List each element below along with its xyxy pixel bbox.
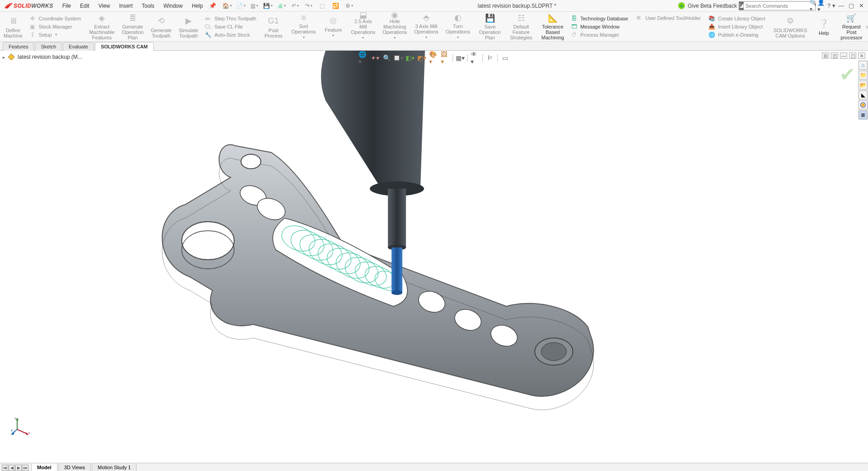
taskpane-home-icon[interactable]: ⌂: [859, 61, 868, 70]
tab-sketch[interactable]: Sketch: [35, 42, 62, 51]
svg-point-27: [392, 290, 402, 295]
tab-features[interactable]: Features: [3, 42, 34, 51]
qat-select-icon[interactable]: ⬚: [316, 1, 329, 11]
qat-new-icon[interactable]: 🏠: [221, 1, 234, 11]
pin-menu-icon[interactable]: 📌: [208, 2, 217, 9]
menu-window[interactable]: Window: [159, 0, 188, 12]
appearance-icon[interactable]: 🎨▾: [429, 53, 438, 62]
cam-options-button[interactable]: ⚙ SOLIDWORKS CAM Options: [770, 12, 811, 41]
graphics-viewport[interactable]: ▸ latest revision backup (M... 🌐▾ ✦▾ 🔍 🔲…: [0, 51, 868, 463]
menu-file[interactable]: File: [58, 0, 75, 12]
menu-edit[interactable]: Edit: [75, 0, 94, 12]
render-icon[interactable]: ▦▾: [456, 53, 465, 62]
menu-help[interactable]: Help: [187, 0, 208, 12]
view-orientation-icon[interactable]: ✦▾: [370, 53, 379, 62]
qat-save-icon[interactable]: 💾: [262, 1, 274, 11]
menu-view[interactable]: View: [94, 0, 115, 12]
minimize-icon[interactable]: —: [837, 2, 845, 10]
25axis-button[interactable]: ⬓ 2.5 Axis Mill Operations▾: [347, 12, 379, 41]
define-machine-button[interactable]: 🖥 Define Machine: [0, 12, 26, 41]
orientation-triad[interactable]: z x y: [11, 416, 31, 436]
tbm-button[interactable]: 📐 Tolerance Based Machining: [538, 12, 568, 41]
post-process-button[interactable]: G1 Post Process: [261, 12, 286, 41]
qat-print-icon[interactable]: 🖨: [275, 1, 288, 11]
feature-tree-root[interactable]: ▸ latest revision backup (M...: [3, 53, 82, 61]
coordinate-system-button[interactable]: ✥ Coordinate System: [29, 15, 81, 22]
qat-options-icon[interactable]: ⚙: [343, 1, 356, 11]
feature-button[interactable]: ◎ Feature▾: [321, 12, 346, 41]
simulate-toolpath-button[interactable]: ▶ Simulate Toolpath: [175, 12, 202, 41]
stock-manager-button[interactable]: ▣ Stock Manager: [29, 23, 81, 30]
qat-open2-icon[interactable]: ▥: [248, 1, 261, 11]
bottom-tab-model[interactable]: Model: [31, 464, 57, 471]
close-icon[interactable]: ✕: [857, 2, 865, 10]
save-op-plan-button[interactable]: 💾 Save Operation Plan: [476, 12, 505, 41]
bottom-tab-motion[interactable]: Motion Study 1: [92, 464, 137, 471]
qat-undo-icon[interactable]: ↶: [289, 1, 302, 11]
qat-rebuild-icon[interactable]: 🔁: [330, 1, 342, 11]
user-icon[interactable]: 👤▾: [817, 2, 826, 10]
doc-close-icon[interactable]: ✕: [858, 52, 865, 59]
tab-nav-prev-icon[interactable]: ◀: [9, 465, 15, 471]
generate-op-plan-button[interactable]: ≣ Generate Operation Plan: [118, 12, 147, 41]
ribbon-overflow-icon[interactable]: »: [866, 12, 868, 41]
hide-show-icon[interactable]: ◩▾: [417, 53, 426, 62]
auto-size-stock-button[interactable]: 🔧 Auto-Size Stock: [204, 31, 256, 38]
create-lib-button[interactable]: 📚 Create Library Object: [708, 15, 765, 22]
capture-icon[interactable]: ▭: [500, 53, 509, 62]
taskpane-folder-icon[interactable]: 📂: [859, 81, 868, 90]
request-post-button[interactable]: 🛒 Request Post processor: [837, 12, 866, 41]
tech-db-button[interactable]: 🗄 Technology Database: [571, 15, 628, 22]
tab-evaluate[interactable]: Evaluate: [63, 42, 94, 51]
flag-icon[interactable]: 🏳: [486, 53, 495, 62]
sort-operations-button[interactable]: ≡ Sort Operations ▾: [288, 12, 320, 41]
publish-edrawing-button[interactable]: 🌐 Publish e-Drawing: [708, 31, 765, 38]
extract-features-button[interactable]: ◈ Extract Machinable Features: [85, 12, 118, 41]
bottom-tab-3dviews[interactable]: 3D Views: [58, 464, 91, 471]
step-thru-toolpath-button[interactable]: ⏭ Step Thru Toolpath: [204, 15, 256, 22]
tab-solidworks-cam[interactable]: SOLIDWORKS CAM: [95, 42, 154, 51]
taskpane-lib-icon[interactable]: 📁: [859, 71, 868, 80]
search-icon[interactable]: 🔍▾: [810, 0, 816, 12]
message-window-button[interactable]: 🗔 Message Window: [571, 23, 628, 30]
feedback-button[interactable]: ☻ Give Beta Feedback: [678, 2, 737, 9]
command-search[interactable]: ◪ 🔍▾: [739, 1, 816, 10]
zoom-icon[interactable]: 🔍: [382, 53, 391, 62]
scene-icon[interactable]: 🖼▾: [441, 53, 450, 62]
menu-insert[interactable]: Insert: [115, 0, 137, 12]
section-icon[interactable]: ◧▾: [406, 53, 415, 62]
generate-toolpath-button[interactable]: ⟲ Generate Toolpath: [147, 12, 175, 41]
tab-nav-last-icon[interactable]: ⏭: [22, 465, 28, 471]
taskpane-props-icon[interactable]: ≣: [859, 110, 868, 119]
tab-nav-first-icon[interactable]: ⏮: [2, 465, 8, 471]
maximize-icon[interactable]: ▢: [847, 2, 855, 10]
default-strategies-button[interactable]: ☷ Default Feature Strategies: [506, 12, 536, 41]
insert-lib-button[interactable]: 📥 Insert Library Object: [708, 23, 765, 30]
doc-min-icon[interactable]: —: [840, 52, 847, 59]
search-input[interactable]: [744, 2, 810, 10]
taskpane-appearance-icon[interactable]: [859, 100, 868, 109]
qat-redo-icon[interactable]: ↷: [302, 1, 315, 11]
help-icon[interactable]: ? ▾: [827, 2, 835, 10]
doc-restore-icon[interactable]: ◫: [831, 52, 838, 59]
3axis-button[interactable]: ⬘ 3 Axis Mill Operations▾: [410, 12, 442, 41]
doc-max-icon[interactable]: ▢: [849, 52, 856, 59]
menu-tools[interactable]: Tools: [137, 0, 159, 12]
taskpane-view-icon[interactable]: ◣: [859, 90, 868, 100]
display-style-icon[interactable]: 🔲▾: [394, 53, 403, 62]
user-tool-holder-button[interactable]: 🛠 User Defined Tool/Holder: [635, 14, 701, 22]
hole-ops-button[interactable]: ◉ Hole Machining Operations▾: [379, 12, 410, 41]
search-scope-icon[interactable]: ◪: [739, 2, 744, 10]
process-manager-button[interactable]: ⏱ Process Manager: [571, 31, 628, 38]
svg-point-4: [241, 154, 261, 169]
save-cl-file-button[interactable]: CL Save CL File: [204, 23, 256, 30]
doc-collapse-icon[interactable]: ⊟: [822, 52, 829, 59]
setup-button[interactable]: ↧ Setup▾: [29, 31, 81, 38]
help-button[interactable]: ❔ Help: [812, 12, 835, 41]
qat-open-icon[interactable]: 📄: [235, 1, 247, 11]
eye-icon[interactable]: 👁▾: [471, 53, 480, 62]
tab-nav-next-icon[interactable]: ▶: [15, 465, 22, 471]
zoom-fit-icon[interactable]: 🌐▾: [359, 53, 368, 62]
turn-ops-button[interactable]: ◐ Turn Operations▾: [442, 12, 474, 41]
expand-icon[interactable]: ▸: [3, 55, 5, 60]
